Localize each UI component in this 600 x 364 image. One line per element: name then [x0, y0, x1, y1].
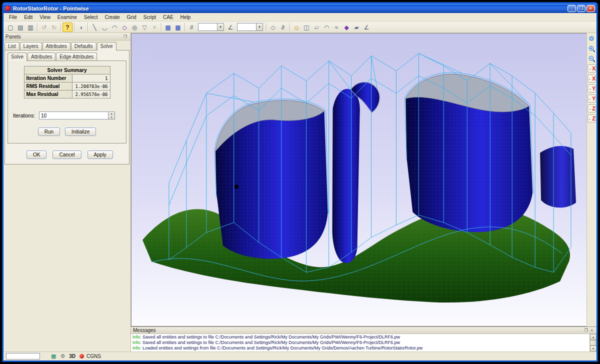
structured-grid-icon[interactable]: ▦ — [163, 22, 173, 32]
diamond-tool-icon[interactable]: ◇ — [120, 22, 130, 32]
panels-titlebar[interactable]: Panels ❐ — [4, 33, 130, 40]
examine-face-icon[interactable]: ☺ — [292, 22, 302, 32]
iterations-input[interactable] — [40, 112, 108, 119]
selected-point-graphic[interactable] — [234, 184, 238, 188]
zoom-in-icon[interactable] — [588, 44, 596, 53]
domain-tool-icon[interactable]: ◆ — [342, 22, 352, 32]
dimension-combo[interactable]: ▼ — [198, 23, 224, 31]
grid-status-icon[interactable]: ▦ — [51, 353, 56, 360]
cancel-button[interactable]: Cancel — [52, 150, 81, 159]
block-tool-icon[interactable]: ▰ — [352, 22, 362, 32]
main-toolbar: ▢ ▤ ▥ ↺ ↻ ? ◖ ╲ ◡ ◠ ◇ ◎ ▽ × ▦ ▩ # ▼ ∠ ▼ … — [4, 22, 596, 33]
undo-icon[interactable]: ↺ — [39, 22, 49, 32]
messages-title: Messages — [133, 328, 582, 333]
spin-down-icon[interactable]: ▼ — [108, 116, 114, 119]
tab-layers[interactable]: Layers — [20, 42, 42, 50]
tools-status-icon[interactable]: ⚙ — [60, 353, 65, 360]
tab-edge-attributes[interactable]: Edge Attributes — [56, 52, 97, 60]
new-file-icon[interactable]: ▢ — [6, 22, 16, 32]
app-logo-icon — [5, 6, 11, 12]
view-plus-y-button[interactable]: →Y — [588, 84, 596, 92]
apply-button[interactable]: Apply — [88, 150, 113, 159]
cone-tool-icon[interactable]: ▽ — [140, 22, 150, 32]
log-prefix: Info: — [132, 340, 142, 345]
messages-log[interactable]: Info: Saved all entities and settings to… — [131, 334, 596, 352]
curve-tool-icon[interactable]: ◡ — [100, 22, 110, 32]
connector-tool-icon[interactable]: ◠ — [322, 22, 332, 32]
menu-help[interactable]: Help — [177, 14, 194, 21]
log-line: Info: Saved all entities and settings to… — [132, 340, 588, 346]
print-icon[interactable]: ▥ — [26, 22, 36, 32]
tab-attributes[interactable]: Attributes — [42, 42, 70, 50]
circle-tool-icon[interactable]: ◎ — [130, 22, 140, 32]
view-plus-x-button[interactable]: →X — [588, 64, 596, 72]
view-minus-z-button[interactable]: ←Z — [588, 114, 596, 122]
line-tool-icon[interactable]: ╲ — [90, 22, 100, 32]
view-minus-y-button[interactable]: ←Y — [588, 94, 596, 102]
tab-list[interactable]: List — [4, 42, 20, 50]
spline-tool-icon[interactable]: ≈ — [332, 22, 342, 32]
delete-tool-icon[interactable]: × — [150, 22, 160, 32]
panel-float-icon[interactable]: ❐ — [122, 34, 128, 40]
toolbar-separator — [290, 23, 290, 32]
angle-combo[interactable]: ▼ — [237, 23, 263, 31]
scroll-up-icon[interactable]: ▲ — [590, 334, 596, 340]
scrollbar-thumb[interactable] — [590, 340, 596, 346]
dropdown-arrow-icon[interactable]: ▼ — [217, 24, 224, 30]
ok-button[interactable]: OK — [26, 150, 46, 159]
messages-header[interactable]: Messages ❐ × — [131, 327, 596, 334]
arc-tool-icon[interactable]: ◠ — [110, 22, 120, 32]
log-line: Info: Saved all entities and settings to… — [132, 334, 588, 340]
menu-view[interactable]: View — [36, 14, 54, 21]
tab-defaults[interactable]: Defaults — [71, 42, 96, 50]
menu-select[interactable]: Select — [80, 14, 102, 21]
view-plus-z-button[interactable]: →Z — [588, 104, 596, 112]
partial-derivative-icon[interactable]: ∂ — [278, 22, 288, 32]
tab-solve-attributes[interactable]: Attributes — [28, 52, 56, 60]
turbine-mesh-graphic — [132, 34, 586, 326]
close-button[interactable]: × — [586, 5, 595, 12]
cae-format-label: CGNS — [86, 354, 101, 359]
run-button[interactable]: Run — [38, 128, 60, 136]
tab-solve-inner[interactable]: Solve — [8, 52, 27, 61]
spin-up-icon[interactable]: ▲ — [108, 112, 114, 116]
table-row: Iteration Number 1 — [24, 74, 110, 82]
probe-icon[interactable] — [588, 34, 596, 43]
diamond-flat-icon[interactable]: ◇ — [268, 22, 278, 32]
dropdown-arrow-icon[interactable]: ▼ — [256, 24, 262, 30]
messages-scrollbar[interactable]: ▲ ▼ — [590, 334, 596, 352]
iterations-stepper[interactable]: ▲ ▼ — [39, 112, 115, 120]
messages-close-icon[interactable]: × — [589, 328, 594, 332]
toolbar-separator — [74, 23, 74, 32]
restore-button[interactable]: ❐ — [577, 5, 586, 12]
messages-float-icon[interactable]: ❐ — [582, 328, 589, 332]
mask-icon[interactable]: ◖ — [76, 22, 86, 32]
menu-grid[interactable]: Grid — [124, 14, 140, 21]
menu-examine[interactable]: Examine — [54, 14, 80, 21]
angle-icon[interactable]: ∠ — [226, 22, 236, 32]
view-minus-x-button[interactable]: ←X — [588, 74, 596, 82]
hybrid-grid-icon[interactable]: ▩ — [173, 22, 183, 32]
menu-edit[interactable]: Edit — [20, 14, 36, 21]
viewport-3d[interactable] — [131, 33, 586, 326]
tab-solve[interactable]: Solve — [97, 42, 116, 50]
title-bar[interactable]: RotorStatorRotor - Pointwise _ ❐ × — [4, 4, 596, 13]
menu-create[interactable]: Create — [102, 14, 124, 21]
measure-tool-icon[interactable]: ∠ — [362, 22, 372, 32]
status-command-input[interactable] — [6, 353, 40, 360]
dimension-icon[interactable]: # — [186, 22, 196, 32]
redo-icon[interactable]: ↻ — [49, 22, 59, 32]
spin-arrows[interactable]: ▲ ▼ — [108, 112, 114, 119]
initialize-button[interactable]: Initialize — [65, 128, 96, 136]
box-tool-icon[interactable]: ◫ — [302, 22, 312, 32]
minimize-button[interactable]: _ — [568, 5, 576, 12]
menu-cae[interactable]: CAE — [160, 14, 177, 21]
surface-tool-icon[interactable]: ▱ — [312, 22, 322, 32]
save-file-icon[interactable]: ▤ — [16, 22, 26, 32]
menu-file[interactable]: File — [6, 14, 20, 21]
toolbar-separator — [88, 23, 88, 32]
help-icon[interactable]: ? — [62, 22, 72, 32]
menu-script[interactable]: Script — [140, 14, 160, 21]
scroll-down-icon[interactable]: ▼ — [590, 346, 596, 352]
zoom-out-icon[interactable] — [588, 54, 596, 63]
